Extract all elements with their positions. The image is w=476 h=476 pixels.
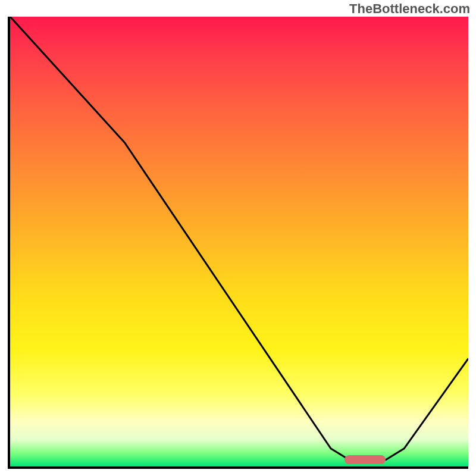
chart-container: TheBottleneck.com <box>0 0 476 476</box>
optimal-marker <box>345 455 386 464</box>
bottleneck-curve <box>10 17 468 466</box>
watermark-text: TheBottleneck.com <box>349 1 470 17</box>
curve-path <box>10 17 468 460</box>
plot-area <box>8 17 468 469</box>
